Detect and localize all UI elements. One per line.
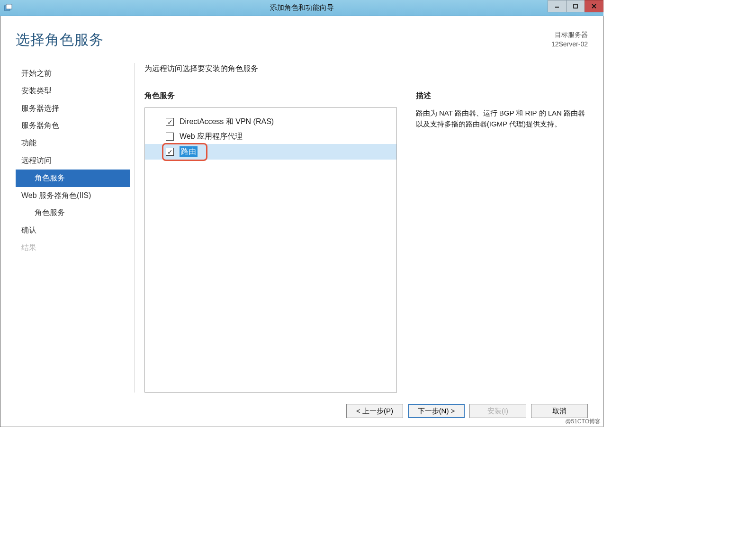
- checkbox[interactable]: [166, 148, 174, 156]
- description-label: 描述: [416, 91, 588, 101]
- nav-item[interactable]: 角色服务: [16, 170, 130, 187]
- nav-item: 结果: [16, 239, 130, 257]
- roles-listbox[interactable]: DirectAccess 和 VPN (RAS)Web 应用程序代理路由: [144, 107, 397, 393]
- content-frame: 选择角色服务 目标服务器 12Server-02 开始之前安装类型服务器选择服务…: [0, 16, 603, 427]
- role-item[interactable]: 路由: [145, 144, 396, 160]
- role-item-label: Web 应用程序代理: [180, 132, 243, 142]
- wizard-nav: 开始之前安装类型服务器选择服务器角色功能远程访问角色服务Web 服务器角色(II…: [16, 63, 135, 393]
- role-item-label: DirectAccess 和 VPN (RAS): [180, 117, 274, 127]
- header-row: 选择角色服务 目标服务器 12Server-02: [16, 30, 588, 50]
- nav-item[interactable]: Web 服务器角色(IIS): [16, 187, 130, 205]
- nav-item[interactable]: 确认: [16, 222, 130, 239]
- next-button[interactable]: 下一步(N) >: [408, 404, 465, 418]
- roles-label: 角色服务: [144, 91, 397, 101]
- target-server-name: 12Server-02: [551, 40, 588, 49]
- previous-button[interactable]: < 上一步(P): [346, 404, 403, 418]
- window-controls: [548, 0, 603, 12]
- roles-column: 角色服务 DirectAccess 和 VPN (RAS)Web 应用程序代理路…: [144, 91, 397, 393]
- titlebar: 添加角色和功能向导: [0, 0, 603, 16]
- target-server-label: 目标服务器: [551, 30, 588, 40]
- role-item-label: 路由: [180, 146, 198, 157]
- nav-item[interactable]: 功能: [16, 134, 130, 152]
- maximize-button[interactable]: [566, 0, 585, 12]
- nav-item[interactable]: 开始之前: [16, 65, 130, 82]
- nav-item[interactable]: 安装类型: [16, 82, 130, 100]
- target-server-box: 目标服务器 12Server-02: [551, 30, 588, 49]
- svg-rect-1: [6, 4, 12, 9]
- minimize-button[interactable]: [548, 0, 567, 12]
- watermark: @51CTO博客: [565, 418, 601, 426]
- description-text: 路由为 NAT 路由器、运行 BGP 和 RIP 的 LAN 路由器以及支持多播…: [416, 107, 588, 130]
- role-item[interactable]: DirectAccess 和 VPN (RAS): [145, 115, 396, 129]
- description-column: 描述 路由为 NAT 路由器、运行 BGP 和 RIP 的 LAN 路由器以及支…: [416, 91, 588, 393]
- install-button[interactable]: 安装(I): [469, 404, 526, 418]
- wizard-footer: < 上一步(P) 下一步(N) > 安装(I) 取消: [16, 401, 588, 418]
- main-panel: 为远程访问选择要安装的角色服务 角色服务 DirectAccess 和 VPN …: [135, 63, 588, 393]
- window-title: 添加角色和功能向导: [270, 3, 334, 12]
- close-button[interactable]: [585, 0, 603, 12]
- app-icon: [4, 4, 12, 12]
- checkbox[interactable]: [166, 133, 174, 141]
- columns: 角色服务 DirectAccess 和 VPN (RAS)Web 应用程序代理路…: [144, 91, 588, 393]
- svg-rect-3: [574, 4, 577, 8]
- body-row: 开始之前安装类型服务器选择服务器角色功能远程访问角色服务Web 服务器角色(II…: [16, 63, 588, 393]
- role-item[interactable]: Web 应用程序代理: [145, 129, 396, 144]
- nav-item[interactable]: 服务器角色: [16, 117, 130, 134]
- nav-item[interactable]: 角色服务: [16, 204, 130, 222]
- instruction-text: 为远程访问选择要安装的角色服务: [144, 64, 588, 74]
- nav-item[interactable]: 服务器选择: [16, 100, 130, 117]
- checkbox[interactable]: [166, 118, 174, 126]
- nav-item[interactable]: 远程访问: [16, 152, 130, 170]
- cancel-button[interactable]: 取消: [531, 404, 588, 418]
- page-title: 选择角色服务: [16, 30, 104, 50]
